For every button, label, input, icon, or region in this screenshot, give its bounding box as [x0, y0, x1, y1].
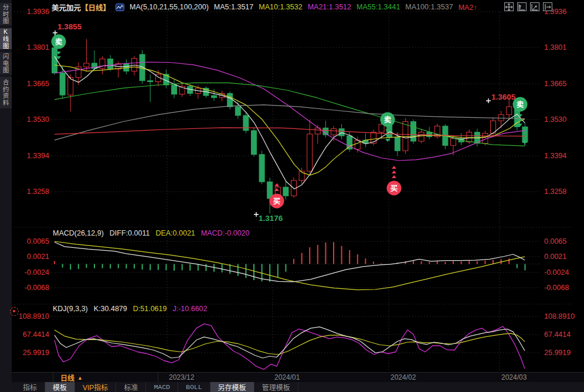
bottom-toolbar: 指标模板VIP指标标准MACDBOLL另存模板管理模板 — [0, 382, 584, 392]
period-label: 日线 — [60, 373, 74, 383]
toolbar-button-BOLL[interactable]: BOLL — [178, 382, 210, 392]
y-axis-label: -0.0068 — [544, 284, 569, 292]
candle-body — [451, 138, 456, 145]
ma-legend-item: MA21:1.3512 — [308, 3, 351, 12]
toolbar-button-另存模板[interactable]: 另存模板 — [210, 382, 254, 392]
trading-app-window: 1.39361.39361.38011.38011.36651.36651.35… — [0, 0, 584, 392]
macd-lines — [55, 241, 525, 290]
signal-badges: 卖买卖买卖 — [52, 35, 528, 209]
ma-lines-layer — [55, 56, 525, 189]
period-tag: 【日线】 — [81, 4, 110, 12]
y-axis-label: 0.0021 — [27, 253, 49, 261]
candle-body — [252, 131, 257, 155]
candle-body — [60, 73, 65, 96]
crosshair-icon[interactable] — [504, 2, 514, 11]
kdj-header: KDJ(9,3,3) K:30.4879 D:51.0619 J:-10.660… — [53, 305, 208, 313]
y-axis-label: 67.4414 — [23, 330, 49, 339]
toolbar-button-管理模板[interactable]: 管理模板 — [254, 382, 298, 392]
kdj-lines — [55, 324, 525, 370]
y-axis-label: 1.3530 — [544, 115, 566, 124]
candle-body — [212, 96, 217, 98]
scale-left-icon[interactable] — [517, 2, 527, 11]
y-axis-label: 1.3530 — [27, 115, 49, 124]
triangle-icon — [274, 183, 279, 186]
kdj-title: KDJ(9,3,3) — [53, 305, 88, 313]
x-axis-date-label: 2023/12 — [169, 373, 194, 383]
sidebar-tab-1[interactable]: 分时图 — [0, 3, 12, 25]
diff-line — [55, 242, 525, 282]
price-annotation: 1.3855 — [57, 22, 82, 31]
ma-legend-values: MA(5,10,21,55,100,200)MA5:1.3517MA10:1.3… — [130, 3, 477, 12]
toolbar-button-模板[interactable]: 模板 — [45, 382, 75, 392]
candle-body — [419, 132, 424, 141]
candle-body — [507, 107, 512, 115]
ma-line-ma10 — [55, 65, 525, 175]
ma-line-ma5 — [55, 56, 525, 189]
candle-body — [172, 85, 177, 94]
dea-line — [55, 241, 525, 290]
ma-legend-item: MA100:1.3537 — [405, 3, 453, 12]
line-chart-icon[interactable] — [116, 4, 124, 11]
triangle-icon — [392, 171, 396, 173]
triangle-icon — [392, 166, 396, 169]
candle-body — [307, 134, 313, 171]
y-axis-label: -0.0024 — [25, 268, 49, 277]
scale-right-icon[interactable] — [530, 2, 539, 11]
j-line — [55, 324, 525, 370]
y-axis-label: 1.3258 — [544, 188, 566, 196]
toolbar-button-标准[interactable]: 标准 — [116, 382, 146, 392]
x-axis-date-label: 2024/03 — [501, 373, 527, 383]
candle-body — [259, 155, 264, 182]
ma-legend-item: MA2↑ — [459, 3, 477, 12]
candle-body — [427, 132, 432, 137]
indicator-target-icon[interactable] — [10, 307, 19, 316]
candle-body — [228, 93, 233, 107]
y-axis-label: 1.3665 — [27, 80, 49, 88]
toolbar-button-指标[interactable]: 指标 — [15, 382, 45, 392]
kdj-j-value: J:-10.6602 — [172, 305, 207, 313]
x-axis-date-label: 2024/02 — [391, 373, 416, 383]
cross-marker — [486, 98, 491, 103]
macd-macd-value: MACD:-0.0020 — [201, 229, 250, 237]
sidebar-tab-2[interactable]: K线图 — [0, 28, 12, 49]
chart-canvas[interactable]: 1.39361.39361.38011.38011.36651.36651.35… — [0, 0, 584, 392]
price-annotation: 1.3605 — [491, 93, 516, 101]
candle-body — [68, 77, 73, 95]
y-axis-label: 108.8910 — [19, 312, 49, 321]
toolbar-button-MACD[interactable]: MACD — [146, 382, 178, 392]
period-selector[interactable]: 日线 ▲ — [53, 373, 158, 383]
candle-body — [323, 128, 328, 135]
y-axis-label: 1.3936 — [27, 8, 49, 16]
toolbar-button-VIP指标[interactable]: VIP指标 — [75, 382, 116, 392]
triangle-icon — [392, 175, 396, 178]
y-axis-label: -0.0024 — [544, 268, 569, 277]
sidebar-tab-4[interactable]: 合约资料 — [0, 77, 12, 108]
kdj-d-value: D:51.0619 — [133, 305, 167, 313]
y-axis-label: -0.0068 — [25, 284, 49, 292]
badge-label: 卖 — [517, 100, 524, 109]
candle-body — [243, 115, 249, 131]
y-axis-label: 1.3394 — [544, 152, 566, 160]
macd-dea-value: DEA:0.0021 — [155, 229, 195, 237]
sidebar-tab-3[interactable]: 闪电图 — [0, 52, 12, 74]
ma-line-ma200 — [55, 128, 525, 137]
badge-label: 卖 — [384, 115, 392, 124]
cross-marker — [53, 30, 57, 35]
candle-body — [100, 59, 105, 69]
candle-body — [411, 121, 416, 141]
y-axis-label: 25.9919 — [544, 349, 571, 357]
badge-label: 买 — [391, 185, 398, 193]
price-annotation: 1.3176 — [259, 214, 283, 223]
candle-body — [108, 59, 113, 69]
y-axis-label: 108.8910 — [544, 312, 575, 321]
y-axis-label: 1.3665 — [544, 80, 566, 88]
candle-body — [403, 121, 408, 151]
d-line — [55, 330, 525, 354]
chart-tool-icons — [504, 2, 552, 11]
candle-body — [339, 129, 344, 136]
shift-right-icon[interactable] — [543, 2, 552, 11]
y-axis-label: 67.4414 — [544, 330, 571, 339]
ma-legend-item: MA10:1.3532 — [259, 3, 302, 12]
macd-histogram — [55, 242, 525, 282]
y-axis-label: 0.0065 — [27, 237, 49, 246]
